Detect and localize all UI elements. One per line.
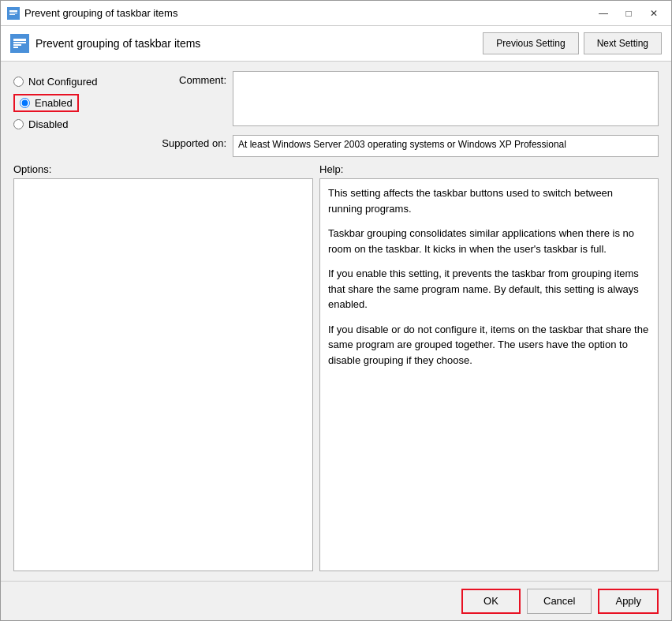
svg-rect-8 <box>13 47 18 48</box>
help-label: Help: <box>319 163 659 175</box>
minimize-button[interactable]: — <box>592 5 614 22</box>
svg-rect-3 <box>9 14 15 15</box>
window-title: Prevent grouping of taskbar items <box>24 7 177 19</box>
next-setting-button[interactable]: Next Setting <box>584 32 662 54</box>
right-panel: Comment: Supported on: At least Windows … <box>155 71 659 157</box>
enabled-label: Enabled <box>35 97 73 109</box>
comment-textarea-wrapper <box>233 71 659 129</box>
svg-rect-2 <box>9 13 17 13</box>
header-bar: Prevent grouping of taskbar items Previo… <box>1 26 671 62</box>
header-icon <box>10 34 29 53</box>
enabled-option[interactable]: Enabled <box>13 94 155 112</box>
options-box <box>13 178 313 571</box>
previous-setting-button[interactable]: Previous Setting <box>483 32 578 54</box>
not-configured-option[interactable]: Not Configured <box>13 76 155 88</box>
comment-row: Comment: <box>155 71 659 129</box>
svg-rect-7 <box>13 44 21 46</box>
title-bar: Prevent grouping of taskbar items — □ ✕ <box>1 1 671 26</box>
svg-rect-1 <box>9 10 17 12</box>
apply-button[interactable]: Apply <box>598 589 659 614</box>
svg-rect-6 <box>13 42 26 43</box>
window-icon <box>7 7 20 20</box>
content-area: Not Configured Enabled Disabled <box>1 62 671 581</box>
supported-on-label: Supported on: <box>155 135 226 149</box>
header-title: Prevent grouping of taskbar items <box>35 37 200 50</box>
options-section: Options: <box>13 163 313 571</box>
comment-label: Comment: <box>155 71 226 86</box>
header-title-area: Prevent grouping of taskbar items <box>10 34 200 53</box>
help-paragraph-3: If you enable this setting, it prevents … <box>328 266 650 312</box>
left-panel: Not Configured Enabled Disabled <box>13 71 155 157</box>
help-section: Help: This setting affects the taskbar b… <box>313 163 659 571</box>
close-button[interactable]: ✕ <box>643 5 665 22</box>
comment-textarea[interactable] <box>233 71 659 126</box>
help-paragraph-2: Taskbar grouping consolidates similar ap… <box>328 226 650 256</box>
help-paragraph-4: If you disable or do not configure it, i… <box>328 322 650 368</box>
svg-rect-5 <box>13 39 26 41</box>
help-paragraph-1: This setting affects the taskbar buttons… <box>328 185 650 216</box>
supported-value: At least Windows Server 2003 operating s… <box>233 135 659 157</box>
supported-value-wrapper: At least Windows Server 2003 operating s… <box>233 135 659 157</box>
not-configured-radio[interactable] <box>13 77 24 87</box>
main-panels: Options: Help: This setting affects the … <box>13 163 659 571</box>
header-nav-buttons: Previous Setting Next Setting <box>483 32 662 54</box>
options-label: Options: <box>13 163 313 175</box>
not-configured-label: Not Configured <box>28 76 97 88</box>
title-bar-controls: — □ ✕ <box>592 5 665 22</box>
enabled-radio[interactable] <box>20 98 30 108</box>
disabled-label: Disabled <box>28 118 69 130</box>
help-box: This setting affects the taskbar buttons… <box>319 178 659 571</box>
top-section: Not Configured Enabled Disabled <box>13 71 659 157</box>
maximize-button[interactable]: □ <box>618 5 640 22</box>
disabled-option[interactable]: Disabled <box>13 118 155 130</box>
main-window: Prevent grouping of taskbar items — □ ✕ … <box>0 0 672 621</box>
radio-group: Not Configured Enabled Disabled <box>13 71 155 130</box>
ok-button[interactable]: OK <box>461 589 521 614</box>
supported-row: Supported on: At least Windows Server 20… <box>155 135 659 157</box>
disabled-radio[interactable] <box>13 119 24 129</box>
title-bar-left: Prevent grouping of taskbar items <box>7 7 177 20</box>
cancel-button[interactable]: Cancel <box>527 589 592 614</box>
footer: OK Cancel Apply <box>1 581 671 620</box>
